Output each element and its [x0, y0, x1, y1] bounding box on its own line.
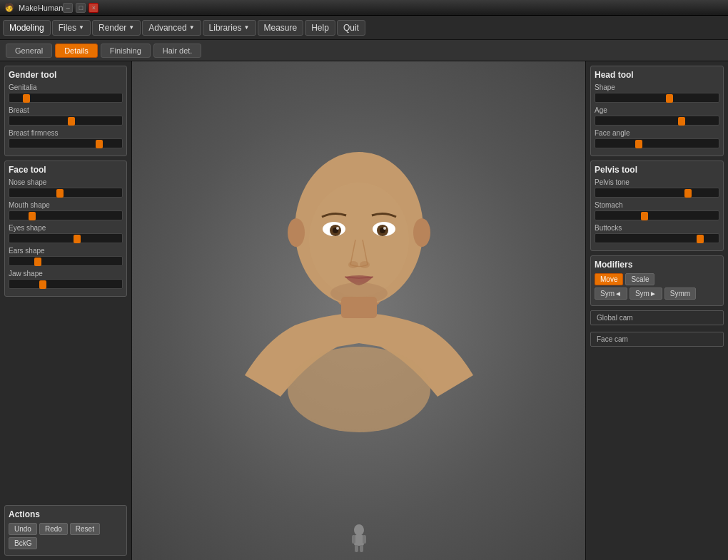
slider-track[interactable] — [9, 116, 123, 126]
menu-item-quit[interactable]: Quit — [337, 20, 365, 36]
slider-track[interactable] — [9, 210, 123, 220]
slider-group-ears-shape: Ears shape — [9, 247, 123, 266]
slider-group-eyes-shape: Eyes shape — [9, 224, 123, 243]
svg-rect-16 — [341, 297, 377, 318]
menu-item-render[interactable]: Render — [92, 20, 141, 36]
tab-hair-det.[interactable]: Hair det. — [153, 44, 202, 58]
character-svg — [223, 90, 495, 532]
modifiers-title: Modifiers — [595, 260, 719, 270]
menu-item-modeling[interactable]: Modeling — [3, 20, 51, 36]
modifier-btn-move[interactable]: Move — [595, 273, 623, 285]
pelvis-tool-title: Pelvis tool — [595, 165, 719, 175]
slider-group-age: Age — [595, 106, 719, 126]
action-btn-reset[interactable]: Reset — [70, 523, 100, 535]
slider-label: Jaw shape — [9, 270, 123, 278]
titlebar-title: MakeHuman — [19, 4, 63, 12]
slider-track[interactable] — [595, 210, 719, 220]
slider-group-jaw-shape: Jaw shape — [9, 270, 123, 289]
slider-track[interactable] — [9, 279, 123, 289]
modifier-btn-sym[interactable]: Symm — [664, 287, 696, 300]
tab-details[interactable]: Details — [55, 44, 98, 58]
modifier-row-1: MoveScale — [595, 273, 719, 285]
menu-item-advanced[interactable]: Advanced — [142, 20, 201, 36]
slider-track[interactable] — [595, 233, 719, 243]
menu-item-libraries[interactable]: Libraries — [203, 20, 256, 36]
menu-item-files[interactable]: Files — [52, 20, 91, 36]
menu-item-help[interactable]: Help — [305, 20, 335, 36]
tabbar: GeneralDetailsFinishingHair det. — [0, 40, 728, 61]
slider-label: Pelvis tone — [595, 178, 719, 186]
slider-group-buttocks: Buttocks — [595, 224, 719, 243]
svg-rect-21 — [363, 535, 366, 544]
svg-point-8 — [336, 227, 339, 230]
slider-group-genitalia: Genitalia — [9, 83, 123, 103]
right-panel: Head tool Shape Age Face angle Pelvis to… — [585, 61, 728, 560]
slider-label: Shape — [595, 83, 719, 91]
action-row-1: UndoRedoReset — [9, 523, 123, 535]
slider-label: Age — [595, 106, 719, 114]
slider-group-mouth-shape: Mouth shape — [9, 201, 123, 220]
camera-btn-face-cam[interactable]: Face cam — [590, 332, 724, 347]
head-tool-panel: Head tool Shape Age Face angle — [590, 66, 724, 156]
slider-group-stomach: Stomach — [595, 201, 719, 220]
menubar: ModelingFilesRenderAdvancedLibrariesMeas… — [0, 16, 728, 40]
slider-label: Breast — [9, 106, 123, 114]
tab-general[interactable]: General — [6, 44, 52, 58]
slider-track[interactable] — [595, 138, 719, 148]
actions-title: Actions — [9, 509, 123, 519]
action-row-2: BckG — [9, 537, 123, 549]
slider-group-shape: Shape — [595, 83, 719, 103]
slider-track[interactable] — [9, 256, 123, 266]
titlebar: 🧑 MakeHuman – □ × — [0, 0, 728, 16]
svg-point-18 — [354, 524, 364, 536]
main-area: Gender tool Genitalia Breast Breast firm… — [0, 61, 728, 560]
viewport — [132, 61, 585, 560]
action-btn-redo[interactable]: Redo — [39, 523, 68, 535]
modifier-btn-sym[interactable]: Sym► — [630, 287, 662, 300]
gender-tool-title: Gender tool — [9, 70, 123, 80]
svg-rect-19 — [354, 535, 364, 546]
face-tool-panel: Face tool Nose shape Mouth shape Eyes sh… — [4, 161, 127, 297]
action-btn-undo[interactable]: Undo — [9, 523, 37, 535]
camera-btn-global-cam[interactable]: Global cam — [590, 310, 724, 325]
svg-point-14 — [360, 261, 370, 268]
slider-label: Face angle — [595, 129, 719, 137]
slider-track[interactable] — [9, 93, 123, 103]
svg-rect-20 — [352, 535, 355, 544]
tab-finishing[interactable]: Finishing — [101, 44, 151, 58]
slider-label: Eyes shape — [9, 224, 123, 232]
svg-rect-22 — [355, 545, 358, 552]
slider-track[interactable] — [9, 138, 123, 148]
human-figure — [132, 61, 585, 560]
svg-point-4 — [413, 218, 430, 247]
slider-track[interactable] — [9, 188, 123, 198]
modifier-btn-sym[interactable]: Sym◄ — [595, 287, 627, 300]
slider-label: Mouth shape — [9, 201, 123, 209]
slider-track[interactable] — [9, 233, 123, 243]
face-tool-title: Face tool — [9, 165, 123, 175]
slider-track[interactable] — [595, 93, 719, 103]
slider-label: Genitalia — [9, 83, 123, 91]
left-panel: Gender tool Genitalia Breast Breast firm… — [0, 61, 132, 560]
slider-label: Stomach — [595, 201, 719, 209]
slider-group-nose-shape: Nose shape — [9, 178, 123, 198]
minimize-button[interactable]: – — [63, 3, 73, 13]
close-button[interactable]: × — [89, 3, 98, 13]
slider-group-face-angle: Face angle — [595, 129, 719, 148]
slider-track[interactable] — [595, 188, 719, 198]
modifier-btn-scale[interactable]: Scale — [625, 273, 654, 285]
svg-point-3 — [288, 218, 305, 247]
action-btn-bckg[interactable]: BckG — [9, 537, 37, 549]
mini-figure — [348, 524, 370, 553]
maximize-button[interactable]: □ — [76, 3, 86, 13]
svg-point-12 — [383, 227, 386, 230]
slider-label: Buttocks — [595, 224, 719, 232]
slider-track[interactable] — [595, 116, 719, 126]
slider-label: Breast firmness — [9, 129, 123, 137]
svg-point-17 — [288, 347, 430, 432]
menu-item-measure[interactable]: Measure — [258, 20, 304, 36]
slider-label: Nose shape — [9, 178, 123, 186]
slider-group-pelvis-tone: Pelvis tone — [595, 178, 719, 198]
slider-group-breast: Breast — [9, 106, 123, 126]
modifier-row-2: Sym◄Sym►Symm — [595, 287, 719, 300]
